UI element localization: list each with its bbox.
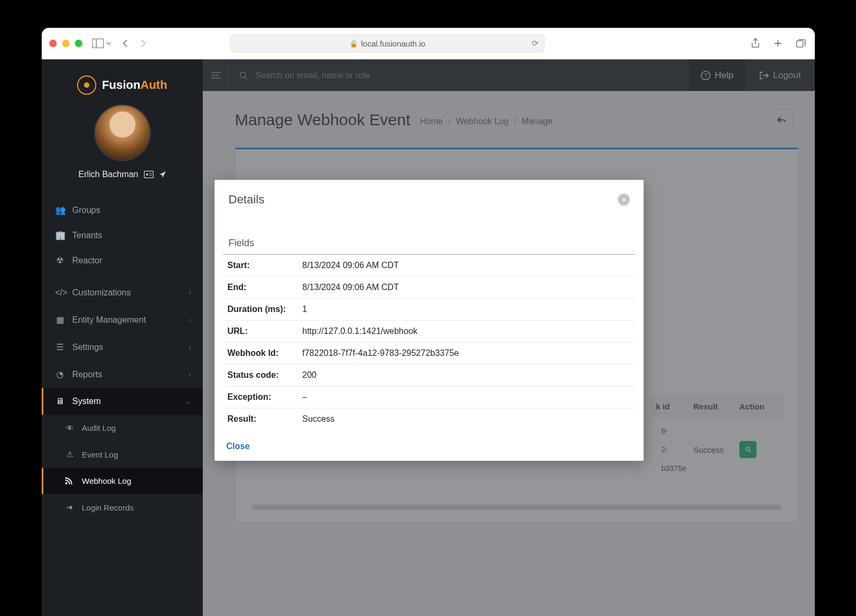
new-tab-icon[interactable]: [771, 36, 785, 50]
sidebar-item-groups[interactable]: 👥 Groups: [42, 202, 203, 223]
rss-icon: [65, 477, 74, 485]
sidebar-item-label: Entity Management: [72, 315, 146, 325]
sidebar-item-label: Audit Log: [82, 423, 116, 432]
field-row-end: End:8/13/2024 09:06 AM CDT: [223, 277, 635, 299]
sidebar-item-label: System: [72, 397, 101, 406]
sliders-icon: ☰: [55, 342, 65, 352]
field-row-exception: Exception:–: [223, 386, 635, 408]
svg-rect-0: [93, 39, 104, 48]
details-modal: Details ✕ Fields Start:8/13/2024 09:06 A…: [215, 180, 644, 461]
id-card-icon[interactable]: [144, 171, 154, 178]
field-row-webhook-id: Webhook Id:f7822018-7f7f-4a12-9783-29527…: [223, 343, 635, 364]
sidebar-item-label: Tenants: [72, 231, 102, 240]
chevron-down-icon: ⌄: [186, 398, 191, 405]
field-row-start: Start:8/13/2024 09:06 AM CDT: [223, 255, 635, 277]
users-group-icon: 👥: [55, 205, 65, 215]
tabs-overview-icon[interactable]: [793, 36, 807, 50]
close-button[interactable]: Close: [226, 442, 250, 451]
sidebar-item-audit-log[interactable]: 👁 Audit Log: [42, 415, 203, 441]
sidebar-nav: 👥 Groups 🏢 Tenants ☢ Reactor </> Cus: [42, 202, 203, 616]
user-name: Erlich Bachman: [78, 170, 138, 179]
modal-title: Details: [228, 193, 264, 207]
brand-logo[interactable]: FusionAuth: [77, 75, 167, 95]
window-maximize-icon[interactable]: [75, 40, 82, 47]
svg-point-4: [146, 173, 148, 176]
browser-sidebar-toggle[interactable]: [92, 39, 111, 48]
sidebar-item-reactor[interactable]: ☢ Reactor: [42, 248, 203, 273]
sidebar-item-tenants[interactable]: 🏢 Tenants: [42, 223, 203, 248]
window-minimize-icon[interactable]: [62, 40, 70, 47]
eye-icon: 👁: [65, 423, 74, 432]
chevron-left-icon: ‹: [189, 316, 191, 324]
close-icon[interactable]: ✕: [618, 194, 630, 206]
sidebar-item-label: Reactor: [72, 256, 102, 265]
browser-window: 🔒 local.fusionauth.io ⟳ FusionAuth: [42, 28, 815, 616]
sidebar-item-settings[interactable]: ☰ Settings ‹: [42, 333, 203, 361]
reload-icon[interactable]: ⟳: [532, 39, 539, 48]
brand-text: FusionAuth: [102, 78, 167, 92]
radiation-icon: ☢: [55, 255, 65, 265]
browser-address-bar[interactable]: 🔒 local.fusionauth.io ⟳: [230, 34, 545, 52]
avatar[interactable]: [95, 105, 150, 160]
sidebar-item-webhook-log[interactable]: Webhook Log: [42, 468, 203, 494]
lock-icon: 🔒: [349, 40, 358, 48]
share-icon[interactable]: [748, 36, 762, 50]
sidebar-item-label: Groups: [72, 206, 100, 215]
sidebar-item-label: Customizations: [72, 288, 131, 298]
browser-back-icon[interactable]: [119, 36, 133, 50]
sidebar-item-customizations[interactable]: </> Customizations ‹: [42, 279, 203, 306]
traffic-lights: [49, 40, 82, 47]
building-icon: 🏢: [55, 230, 65, 240]
fields-heading: Fields: [215, 217, 644, 254]
fields-table: Start:8/13/2024 09:06 AM CDT End:8/13/20…: [223, 254, 635, 430]
brand-icon: [77, 75, 96, 95]
sidebar: FusionAuth Erlich Bachman �: [42, 59, 203, 616]
sidebar-item-label: Login Records: [82, 503, 134, 512]
browser-forward-icon[interactable]: [136, 36, 150, 50]
field-row-duration: Duration (ms):1: [223, 299, 635, 321]
chevron-left-icon: ‹: [189, 289, 191, 296]
sidebar-item-login-records[interactable]: ➜ Login Records: [42, 494, 203, 521]
sidebar-item-label: Event Log: [82, 450, 118, 459]
field-row-url: URL:http://127.0.0.1:1421/webhook: [223, 321, 635, 343]
login-icon: ➜: [65, 503, 74, 512]
svg-rect-2: [797, 41, 803, 47]
sidebar-item-label: Webhook Log: [82, 476, 131, 485]
svg-point-7: [65, 482, 67, 484]
sidebar-item-event-log[interactable]: ⚠ Event Log: [42, 441, 203, 468]
sidebar-item-label: Settings: [72, 343, 103, 352]
sidebar-item-reports[interactable]: ◔ Reports ‹: [42, 361, 203, 388]
monitor-icon: 🖥: [55, 397, 65, 406]
browser-title-bar: 🔒 local.fusionauth.io ⟳: [42, 28, 815, 59]
location-arrow-icon[interactable]: [159, 171, 166, 178]
field-row-status-code: Status code:200: [223, 364, 635, 386]
chevron-left-icon: ‹: [189, 344, 191, 351]
field-row-result: Result:Success: [223, 408, 635, 430]
pie-chart-icon: ◔: [55, 369, 65, 379]
warning-icon: ⚠: [65, 450, 74, 459]
svg-rect-3: [144, 171, 153, 178]
code-icon: </>: [55, 288, 65, 298]
sidebar-item-system[interactable]: 🖥 System ⌄: [42, 388, 203, 415]
chevron-left-icon: ‹: [189, 371, 191, 378]
window-close-icon[interactable]: [49, 40, 57, 47]
browser-url: local.fusionauth.io: [361, 39, 425, 48]
sidebar-item-entity-management[interactable]: ▦ Entity Management ‹: [42, 306, 203, 333]
server-icon: ▦: [55, 315, 65, 325]
sidebar-item-label: Reports: [72, 370, 102, 379]
